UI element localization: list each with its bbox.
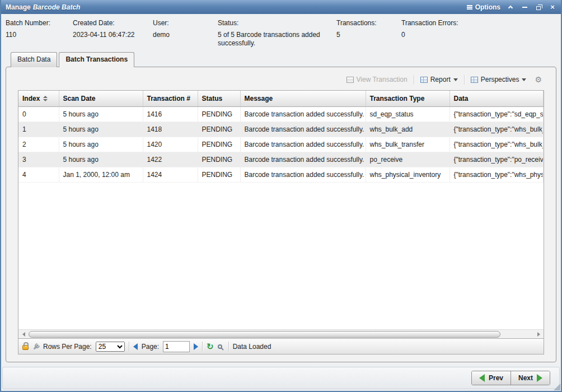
table-row[interactable]: 3 5 hours ago 1422 PENDING Barcode trans…: [18, 152, 544, 167]
created-date-value: 2023-04-11 06:47:22: [73, 31, 153, 39]
user-value: demo: [153, 31, 218, 39]
cell-scan-date: 5 hours ago: [59, 107, 143, 122]
cell-transaction-type: whs_bulk_transfer: [366, 137, 449, 152]
cell-transaction-type: whs_physical_inventory: [366, 167, 449, 183]
table-row[interactable]: 4 Jan 1, 2000, 12:00 am 1424 PENDING Bar…: [18, 167, 544, 183]
options-button[interactable]: Options: [467, 3, 500, 11]
report-button[interactable]: Report: [418, 74, 460, 85]
options-label: Options: [475, 3, 500, 11]
table-row[interactable]: 0 5 hours ago 1416 PENDING Barcode trans…: [18, 107, 544, 122]
page-number-input[interactable]: [163, 341, 190, 352]
cell-index: 4: [18, 167, 59, 183]
previous-page-button[interactable]: [133, 343, 138, 350]
scrollbar-track[interactable]: [27, 331, 535, 338]
tab-batch-transactions[interactable]: Batch Transactions: [59, 52, 134, 67]
page-label: Page:: [142, 343, 159, 351]
created-date-label: Created Date:: [73, 19, 153, 27]
search-icon[interactable]: [218, 344, 222, 349]
collapse-button[interactable]: [507, 3, 514, 11]
toolbar-separator: [414, 75, 414, 85]
restore-button[interactable]: [535, 3, 542, 11]
view-transaction-button[interactable]: View Transaction: [344, 74, 410, 85]
view-transaction-label: View Transaction: [357, 76, 408, 83]
tab-batch-data[interactable]: Batch Data: [11, 52, 57, 67]
cell-transaction-type: sd_eqp_status: [366, 107, 449, 122]
cell-status: PENDING: [198, 152, 240, 167]
chevron-up-icon: [508, 6, 513, 10]
user-label: User:: [153, 19, 218, 27]
minimize-button[interactable]: [521, 3, 528, 11]
sort-icon[interactable]: [43, 96, 48, 101]
table-row[interactable]: 2 5 hours ago 1420 PENDING Barcode trans…: [18, 137, 544, 152]
cell-transaction-number: 1422: [143, 152, 198, 167]
window-title: ManageBarcode Batch: [6, 3, 80, 11]
cell-transaction-type: po_receive: [366, 152, 449, 167]
cell-message: Barcode transaction added successfully.: [240, 107, 366, 122]
created-date-field: Created Date: 2023-04-11 06:47:22: [73, 19, 153, 48]
minimize-icon: [522, 7, 527, 8]
cell-message: Barcode transaction added successfully.: [240, 122, 366, 137]
options-menu-icon: [467, 5, 472, 6]
grid-header-row: Index Scan Date Transaction # Status Mes…: [18, 91, 544, 107]
grid-settings-button[interactable]: ⚙: [532, 74, 544, 85]
batch-transactions-panel: View Transaction Report Perspectives ⚙: [6, 67, 556, 362]
cell-status: PENDING: [198, 167, 240, 183]
scrollbar-thumb[interactable]: [29, 331, 500, 338]
transaction-errors-value: 0: [401, 31, 491, 39]
pager-separator: [228, 342, 229, 351]
transactions-label: Transactions:: [336, 19, 401, 27]
cell-data: {"transaction_type":"whs_bulk_tra: [449, 137, 544, 152]
horizontal-scrollbar[interactable]: [18, 329, 544, 338]
prev-button[interactable]: Prev: [472, 371, 511, 385]
scroll-right-button[interactable]: [535, 332, 542, 337]
column-header-message[interactable]: Message: [240, 91, 366, 107]
content-area: Batch Data Batch Transactions View Trans…: [1, 49, 561, 365]
scroll-left-button[interactable]: [20, 332, 27, 337]
arrow-left-icon: [479, 374, 485, 382]
batch-header-info: Batch Number: 110 Created Date: 2023-04-…: [1, 14, 561, 49]
gear-icon: ⚙: [535, 76, 542, 83]
cell-transaction-number: 1418: [143, 122, 198, 137]
next-page-button[interactable]: [194, 343, 198, 350]
cell-data: {"transaction_type":"po_receive",": [449, 152, 544, 167]
refresh-icon[interactable]: ↻: [207, 342, 214, 351]
report-label: Report: [430, 76, 451, 83]
manage-barcode-batch-window: ManageBarcode Batch Options × Batch Numb…: [0, 0, 562, 392]
cell-status: PENDING: [198, 137, 240, 152]
restore-icon: [536, 6, 541, 10]
cell-transaction-number: 1424: [143, 167, 198, 183]
column-header-transaction-type[interactable]: Transaction Type: [366, 91, 449, 107]
window-titlebar[interactable]: ManageBarcode Batch Options ×: [1, 0, 561, 14]
cell-status: PENDING: [198, 122, 240, 137]
chevron-down-icon: [453, 78, 458, 81]
transactions-value: 5: [336, 31, 401, 39]
column-header-scan-date[interactable]: Scan Date: [59, 91, 143, 107]
triangle-left-icon: [22, 332, 25, 337]
next-button[interactable]: Next: [511, 371, 550, 385]
cell-transaction-number: 1420: [143, 137, 198, 152]
transactions-field: Transactions: 5: [336, 19, 401, 48]
grid-toolbar: View Transaction Report Perspectives ⚙: [18, 69, 544, 90]
cell-transaction-number: 1416: [143, 107, 198, 122]
grid-pager: Rows Per Page: 25 Page: ↻ Data Loaded: [18, 338, 544, 354]
tab-strip: Batch Data Batch Transactions: [6, 52, 556, 67]
rows-per-page-select[interactable]: 25: [96, 342, 125, 352]
perspectives-button[interactable]: Perspectives: [469, 74, 529, 85]
column-header-index[interactable]: Index: [18, 91, 59, 107]
toolbar-separator: [464, 75, 465, 85]
pager-status-text: Data Loaded: [233, 343, 271, 351]
pager-separator: [202, 342, 203, 351]
status-value: 5 of 5 Barcode transactions added succes…: [218, 31, 336, 48]
column-header-status[interactable]: Status: [198, 91, 240, 107]
batch-number-value: 110: [6, 31, 73, 39]
cell-transaction-type: whs_bulk_add: [366, 122, 449, 137]
resize-grip[interactable]: [554, 384, 560, 390]
lock-icon[interactable]: [22, 345, 29, 350]
column-header-data[interactable]: Data: [449, 91, 544, 107]
table-row[interactable]: 1 5 hours ago 1418 PENDING Barcode trans…: [18, 122, 544, 137]
column-header-transaction-number[interactable]: Transaction #: [143, 91, 198, 107]
close-button[interactable]: ×: [549, 3, 556, 11]
report-icon: [420, 77, 428, 83]
user-field: User: demo: [153, 19, 218, 48]
wrench-icon[interactable]: [32, 343, 39, 350]
